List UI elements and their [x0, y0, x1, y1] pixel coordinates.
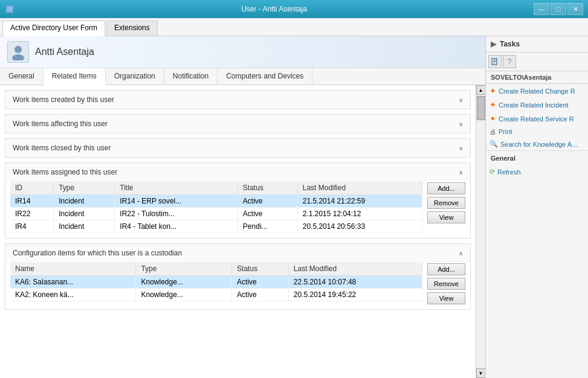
section-work-created-header[interactable]: Work items created by this user ∨	[5, 91, 470, 109]
chevron-affecting: ∨	[459, 121, 463, 127]
scroll-up-arrow[interactable]: ▲	[476, 85, 486, 95]
sidebar-tasks-header: ▶ Tasks	[486, 36, 588, 53]
work-assigned-view-button[interactable]: View	[427, 211, 465, 223]
sidebar-item[interactable]: ✦Create Related Service R	[486, 112, 588, 126]
work-assigned-table-wrapper: ID Type Title Status Last Modified IR14I…	[5, 181, 470, 238]
sidebar-general-item-label: Refresh	[497, 168, 521, 176]
sidebar-item-label: Print	[499, 128, 512, 135]
tab-general[interactable]: General	[0, 68, 44, 85]
col-status: Status	[232, 262, 289, 276]
chevron-created: ∨	[459, 97, 463, 103]
section-work-affecting: Work items affecting this user ∨	[5, 114, 471, 133]
question-icon: ?	[508, 57, 512, 66]
tab-active-directory[interactable]: Active Directory User Form	[2, 21, 105, 36]
inner-tabs: General Related Items Organization Notif…	[0, 68, 485, 85]
sidebar-item-label: Create Related Change R	[499, 88, 575, 95]
sidebar-help-button[interactable]: ?	[503, 55, 516, 68]
scroll-down-arrow[interactable]: ▼	[476, 368, 486, 378]
tab-computers-devices[interactable]: Computers and Devices	[218, 68, 312, 85]
maximize-button[interactable]: □	[551, 3, 566, 15]
window-title: User - Antti Asentaja	[15, 5, 534, 13]
chevron-config: ∧	[459, 250, 463, 257]
work-assigned-table-container: ID Type Title Status Last Modified IR14I…	[10, 181, 422, 233]
chevron-closed: ∨	[459, 145, 463, 152]
titlebar: User - Antti Asentaja — □ ✕	[0, 0, 588, 18]
star-icon: ✦	[489, 114, 496, 123]
sidebar-item-label: Search for Knowledge A...	[500, 141, 577, 148]
col-title: Title	[115, 181, 238, 195]
section-config-items-title: Configuration items for which this user …	[13, 249, 182, 257]
col-type: Type	[54, 181, 115, 195]
sidebar-general-label: General	[486, 150, 588, 165]
section-work-affecting-title: Work items affecting this user	[13, 120, 108, 128]
col-name: Name	[10, 262, 136, 276]
sidebar-item[interactable]: 🔍Search for Knowledge A...	[486, 138, 588, 150]
scrollbar[interactable]: ▲ ▼	[476, 85, 485, 378]
sidebar-edit-button[interactable]	[488, 55, 502, 68]
content-area: Antti Asentaja General Related Items Org…	[0, 36, 485, 378]
table-row[interactable]: KA2: Koneen kä...Knowledge...Active20.5.…	[10, 289, 422, 301]
close-button[interactable]: ✕	[567, 3, 583, 15]
sidebar-general-item[interactable]: ⟳Refresh	[486, 165, 588, 178]
tab-extensions[interactable]: Extensions	[106, 21, 158, 36]
minimize-button[interactable]: —	[534, 3, 549, 15]
sidebar-items-container: ✦Create Related Change R✦Create Related …	[486, 84, 588, 150]
tasks-label: Tasks	[500, 40, 520, 48]
config-table-wrapper: Name Type Status Last Modified KA6: Sala…	[5, 262, 470, 309]
scroll-thumb[interactable]	[477, 96, 485, 120]
section-work-affecting-header[interactable]: Work items affecting this user ∨	[5, 115, 470, 133]
sidebar-general-container: ⟳Refresh	[486, 165, 588, 178]
triangle-icon: ▶	[491, 40, 496, 48]
tab-organization[interactable]: Organization	[106, 68, 164, 85]
col-last-modified: Last Modified	[297, 181, 422, 195]
svg-point-2	[15, 46, 22, 53]
config-table: Name Type Status Last Modified KA6: Sala…	[10, 262, 422, 301]
work-assigned-add-button[interactable]: Add...	[427, 182, 465, 194]
config-remove-button[interactable]: Remove	[427, 278, 465, 290]
table-row[interactable]: IR4IncidentIR4 - Tablet kon...Pendi...20…	[10, 220, 422, 233]
col-last-modified: Last Modified	[288, 262, 422, 276]
section-work-assigned-header[interactable]: Work items assigned to this user ∧	[5, 163, 470, 181]
top-tabbar: Active Directory User Form Extensions	[0, 18, 588, 36]
sidebar-item[interactable]: ✦Create Related Incident	[486, 98, 588, 112]
config-actions: Add... Remove View	[427, 262, 465, 304]
sidebar-item[interactable]: 🖨Print	[486, 126, 588, 138]
work-assigned-table: ID Type Title Status Last Modified IR14I…	[10, 181, 422, 233]
user-name: Antti Asentaja	[35, 46, 94, 57]
main-layout: Antti Asentaja General Related Items Org…	[0, 36, 588, 378]
sidebar-item-label: Create Related Service R	[499, 115, 574, 123]
section-config-items-header[interactable]: Configuration items for which this user …	[5, 244, 470, 262]
work-assigned-remove-button[interactable]: Remove	[427, 197, 465, 209]
refresh-icon: ⟳	[489, 168, 495, 176]
search-icon: 🔍	[489, 140, 498, 148]
chevron-assigned: ∧	[459, 169, 463, 176]
scrollable-content: Work items created by this user ∨ Work i…	[0, 85, 476, 378]
sidebar-item[interactable]: ✦Create Related Change R	[486, 84, 588, 98]
window-controls: — □ ✕	[534, 3, 583, 15]
app-icon	[5, 4, 15, 14]
section-work-assigned: Work items assigned to this user ∧ ID Ty…	[5, 162, 471, 239]
section-config-items: Configuration items for which this user …	[5, 243, 471, 310]
table-row[interactable]: IR22IncidentIR22 - Tulostim...Active2.1.…	[10, 208, 422, 220]
star-icon: ✦	[489, 100, 496, 109]
svg-rect-1	[7, 6, 13, 12]
tab-notification[interactable]: Notification	[164, 68, 218, 85]
section-work-created-title: Work items created by this user	[13, 95, 114, 104]
config-add-button[interactable]: Add...	[427, 263, 465, 275]
tab-related-items[interactable]: Related Items	[44, 68, 106, 85]
col-type: Type	[136, 262, 232, 276]
sidebar-item-label: Create Related Incident	[499, 101, 569, 109]
section-work-closed: Work items closed by this user ∨	[5, 138, 471, 158]
section-work-assigned-title: Work items assigned to this user	[13, 168, 117, 176]
section-work-created: Work items created by this user ∨	[5, 90, 471, 109]
section-work-closed-header[interactable]: Work items closed by this user ∨	[5, 139, 470, 157]
star-icon: ✦	[489, 86, 496, 95]
user-header: Antti Asentaja	[0, 36, 485, 68]
svg-point-3	[12, 54, 24, 60]
avatar	[7, 41, 29, 63]
sidebar-toolbar: ?	[486, 53, 588, 71]
table-row[interactable]: KA6: Salasanan...Knowledge...Active22.5.…	[10, 276, 422, 289]
config-table-container: Name Type Status Last Modified KA6: Sala…	[10, 262, 422, 304]
config-view-button[interactable]: View	[427, 292, 465, 304]
table-row[interactable]: IR14IncidentIR14 - ERP sovel...Active21.…	[10, 195, 422, 208]
